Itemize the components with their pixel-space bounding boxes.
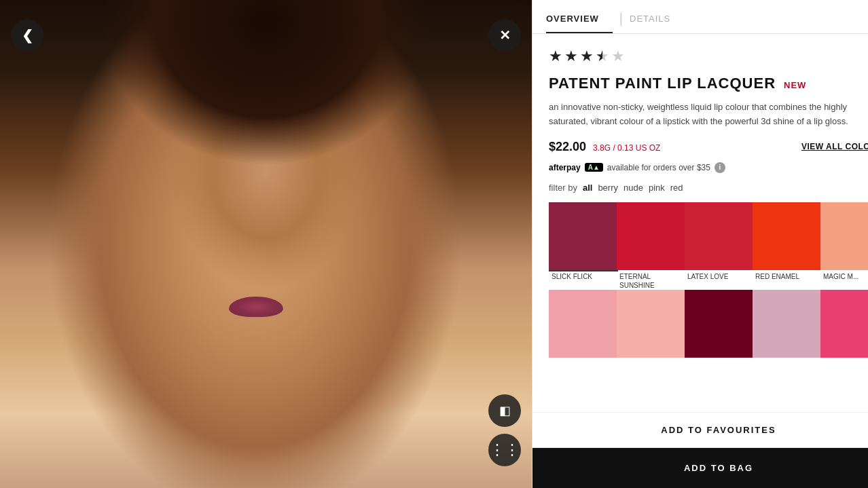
add-to-bag-button[interactable]: ADD TO BAG	[532, 448, 868, 488]
add-to-favourites-button[interactable]: ADD TO FAVOURITES	[532, 413, 868, 448]
star-5: ★	[611, 48, 625, 65]
filter-pink[interactable]: pink	[649, 183, 665, 193]
lip-color-overlay	[229, 297, 283, 317]
filter-nude[interactable]: nude	[623, 183, 643, 193]
afterpay-row: afterpay A▲ available for orders over $3…	[549, 162, 868, 173]
product-content: ★ ★ ★ ★ ★ PATENT PAINT LIP LACQUER NEW a…	[532, 34, 868, 412]
filter-all[interactable]: all	[583, 183, 592, 193]
swatch-label-red-enamel: RED ENAMEL	[753, 270, 820, 281]
tabs-bar: OVERVIEW | DETAILS	[532, 0, 868, 34]
swatches-container: SLICK FLICK ETERNALSUNSHINE LATEX LOVE R…	[549, 202, 868, 358]
model-image	[0, 0, 532, 488]
close-icon: ✕	[499, 27, 511, 43]
swatch-r2-2[interactable]	[617, 290, 685, 358]
afterpay-logo: afterpay	[549, 163, 581, 172]
prev-button[interactable]: ❮	[11, 19, 43, 52]
filter-red[interactable]: red	[670, 183, 683, 193]
tab-overview[interactable]: OVERVIEW	[546, 5, 613, 33]
share-button[interactable]: ⋮⋮	[488, 434, 521, 466]
bottom-actions: ADD TO FAVOURITES ADD TO BAG	[532, 412, 868, 488]
product-description: an innovative non-sticky, weightless liq…	[549, 100, 868, 129]
prev-icon: ❮	[22, 27, 33, 43]
tab-details[interactable]: DETAILS	[630, 5, 684, 33]
swatch-r2-4[interactable]	[753, 290, 820, 358]
swatch-red-enamel[interactable]: RED ENAMEL	[753, 202, 820, 290]
swatches-row-1: SLICK FLICK ETERNALSUNSHINE LATEX LOVE R…	[549, 202, 868, 290]
price: $22.00	[549, 140, 586, 154]
swatch-r2-1[interactable]	[549, 290, 617, 358]
star-4: ★	[596, 48, 609, 65]
product-title-row: PATENT PAINT LIP LACQUER NEW	[549, 75, 868, 92]
swatch-slick-flick[interactable]: SLICK FLICK	[549, 202, 617, 290]
star-1: ★	[549, 48, 562, 65]
afterpay-info-icon[interactable]: i	[715, 162, 725, 173]
swatch-magic-m[interactable]: MAGIC M...	[820, 202, 868, 290]
tab-divider: |	[619, 3, 630, 33]
compare-button[interactable]: ◧	[488, 394, 521, 427]
swatch-label-eternal-sunshine: ETERNALSUNSHINE	[617, 270, 685, 290]
badge-new: NEW	[784, 80, 806, 90]
filter-berry[interactable]: berry	[598, 183, 618, 193]
swatch-latex-love[interactable]: LATEX LOVE	[685, 202, 753, 290]
close-button[interactable]: ✕	[488, 19, 521, 52]
swatch-eternal-sunshine[interactable]: ETERNALSUNSHINE	[617, 202, 685, 290]
swatch-r2-3[interactable]	[685, 290, 753, 358]
filter-row: filter by all berry nude pink red	[549, 183, 868, 193]
afterpay-badge: A▲	[585, 163, 603, 172]
view-all-colours-link[interactable]: VIEW ALL COLOURS	[801, 142, 868, 151]
swatches-row-2	[549, 290, 868, 358]
swatch-label-latex-love: LATEX LOVE	[685, 270, 753, 281]
afterpay-text: available for orders over $35	[607, 163, 710, 172]
swatch-r2-5[interactable]	[820, 290, 868, 358]
product-image-panel: ❮ ✕ ◧ ⋮⋮	[0, 0, 532, 488]
product-title: PATENT PAINT LIP LACQUER	[549, 75, 776, 92]
star-2: ★	[564, 48, 578, 65]
size-info: 3.8G / 0.13 US OZ	[593, 143, 660, 153]
swatch-label-magic-m: MAGIC M...	[820, 270, 868, 281]
star-3: ★	[580, 48, 594, 65]
star-rating: ★ ★ ★ ★ ★	[549, 48, 868, 65]
price-row: $22.00 3.8G / 0.13 US OZ VIEW ALL COLOUR…	[549, 140, 868, 154]
swatch-label-slick-flick: SLICK FLICK	[549, 270, 617, 281]
filter-label: filter by	[549, 183, 577, 193]
share-icon: ⋮⋮	[490, 441, 520, 459]
price-info: $22.00 3.8G / 0.13 US OZ	[549, 140, 660, 154]
product-panel: OVERVIEW | DETAILS ★ ★ ★ ★ ★ PATENT PAIN…	[532, 0, 868, 488]
compare-icon: ◧	[499, 403, 511, 418]
